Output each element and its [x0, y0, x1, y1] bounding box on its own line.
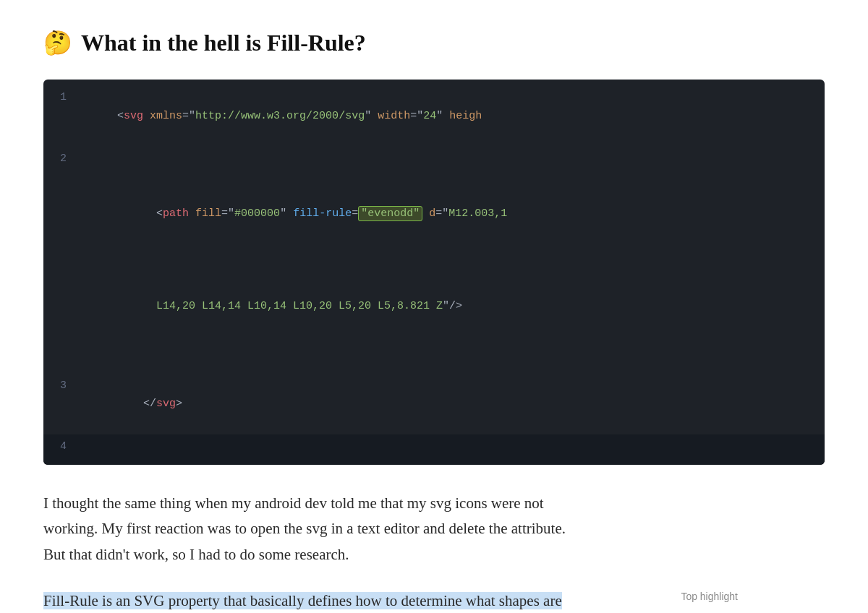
code-line-1: 1 <svg xmlns="http://www.w3.org/2000/svg… [43, 80, 825, 147]
code-line-4: 4 [43, 434, 825, 465]
thinking-emoji: 🤔 [43, 29, 72, 56]
article-body: I thought the same thing when my android… [43, 491, 579, 614]
line-number-4: 4 [43, 437, 78, 456]
top-highlight-label: Top highlight [681, 588, 738, 606]
code-block: 1 <svg xmlns="http://www.w3.org/2000/svg… [43, 80, 825, 465]
code-line-2: 2 <path fill="#000000" fill-rule="evenod… [43, 147, 825, 374]
highlight-text: Fill-Rule is an SVG property that basica… [43, 588, 579, 613]
paragraph-2: Fill-Rule is an SVG property that basica… [43, 588, 579, 613]
line-content-3: </svg> [78, 377, 825, 432]
line-content-1: <svg xmlns="http://www.w3.org/2000/svg" … [78, 88, 825, 144]
article-title: 🤔 What in the hell is Fill-Rule? [43, 29, 825, 56]
line-content-2: <path fill="#000000" fill-rule="evenodd"… [78, 150, 825, 371]
line-number-3: 3 [43, 377, 78, 395]
code-line-3: 3 </svg> [43, 374, 825, 435]
paragraph-1: I thought the same thing when my android… [43, 491, 579, 568]
highlight-section: Fill-Rule is an SVG property that basica… [43, 588, 579, 613]
line-number-1: 1 [43, 88, 78, 107]
line-number-2: 2 [43, 150, 78, 168]
highlighted-sentence: Fill-Rule is an SVG property that basica… [43, 592, 574, 613]
